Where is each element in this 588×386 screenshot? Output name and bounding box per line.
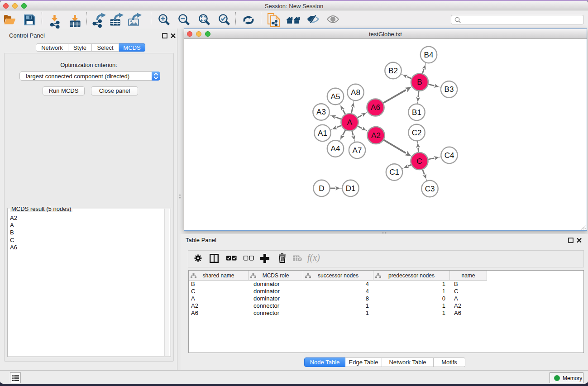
- svg-text:A7: A7: [353, 146, 362, 155]
- svg-text:B1: B1: [412, 108, 421, 117]
- svg-text:A: A: [347, 118, 353, 127]
- svg-text:A2: A2: [371, 131, 381, 140]
- svg-text:B: B: [417, 78, 422, 86]
- svg-text:A6: A6: [371, 103, 380, 112]
- svg-text:C3: C3: [425, 185, 435, 193]
- svg-text:C: C: [416, 157, 422, 166]
- svg-text:A3: A3: [316, 108, 326, 116]
- svg-text:B2: B2: [388, 67, 398, 75]
- svg-text:C2: C2: [412, 129, 422, 137]
- svg-text:B4: B4: [424, 51, 434, 59]
- svg-text:A1: A1: [318, 129, 327, 138]
- svg-text:D: D: [319, 184, 324, 193]
- svg-text:A8: A8: [351, 88, 360, 97]
- svg-text:C4: C4: [445, 151, 454, 160]
- svg-text:C1: C1: [389, 168, 399, 176]
- svg-text:D1: D1: [346, 184, 356, 193]
- svg-text:B3: B3: [445, 85, 454, 94]
- svg-text:A5: A5: [331, 92, 340, 101]
- svg-text:A4: A4: [331, 144, 340, 153]
